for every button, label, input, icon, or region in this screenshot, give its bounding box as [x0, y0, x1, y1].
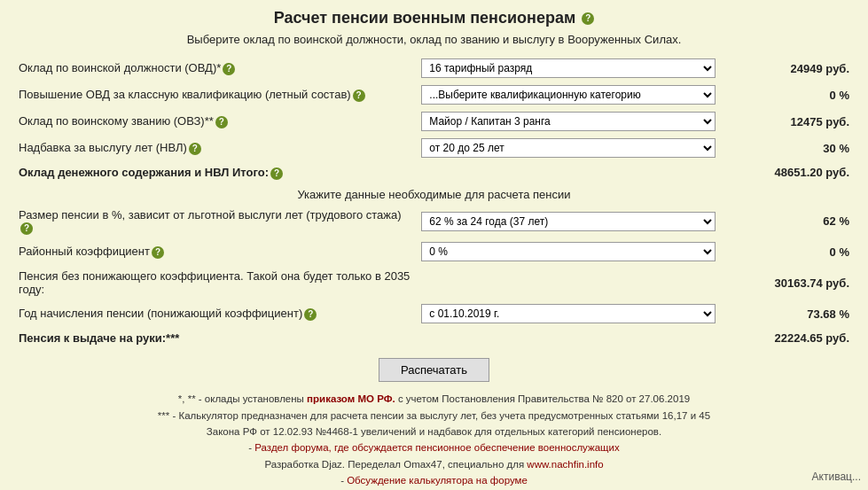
footer-line4: - Раздел форума, где обсуждается пенсион…: [13, 439, 855, 455]
year-coeff-value: 73.68 %: [721, 300, 855, 327]
footer-line3: Закона РФ от 12.02.93 №4468-1 увеличений…: [13, 424, 855, 439]
table-row: Оклад по воинской должности (ОВД)*? 16 т…: [13, 55, 855, 82]
pension-pct-value: 62 %: [721, 205, 855, 239]
total2-label: Пенсия без понижающего коэффициента. Так…: [13, 265, 416, 300]
table-row: Надбавка за выслугу лет (НВЛ)? от 20 до …: [13, 135, 855, 161]
subtitle: Выберите оклад по воинской должности, ок…: [13, 33, 855, 46]
ovz-value: 12475 руб.: [721, 108, 855, 135]
table-row: Районный коэффициент? 0 % 0 %: [13, 238, 855, 265]
forum-link2[interactable]: Обсуждение калькулятора на форуме: [347, 475, 528, 486]
table-row: Повышение ОВД за классную квалификацию (…: [13, 82, 855, 108]
watermark: Активац...: [812, 471, 861, 483]
footer-line2: *** - Калькулятор предназначен для расче…: [13, 408, 855, 424]
footer: *, ** - оклады установлены приказом МО Р…: [13, 391, 855, 488]
total1-label: Оклад денежного содержания и НВЛ Итого:?: [13, 161, 416, 184]
ovd-class-value: 0 %: [721, 82, 855, 108]
footer-line5: Разработка Djaz. Переделал Omax47, специ…: [13, 456, 855, 472]
nachfin-link[interactable]: www.nachfin.info: [527, 459, 603, 470]
total3-row: Пенсия к выдаче на руки:*** 22224.65 руб…: [13, 327, 855, 349]
pension-pct-label: Размер пенсии в %, зависит от льготной в…: [13, 205, 416, 239]
year-coeff-help-icon[interactable]: ?: [304, 308, 317, 321]
title-help-icon[interactable]: ?: [582, 12, 594, 25]
nvl-label: Надбавка за выслугу лет (НВЛ)?: [13, 135, 416, 161]
ovz-help-icon[interactable]: ?: [215, 116, 228, 128]
table-row: Оклад по воинскому званию (ОВЗ)**? Майор…: [13, 108, 855, 135]
section2-header-row: Укажите данные необходимые для расчета п…: [13, 184, 855, 205]
ovd-class-select-cell: ...Выберите квалификационную категорию: [416, 82, 720, 108]
table-row: Год начисления пенсии (понижающий коэффи…: [13, 300, 855, 327]
district-coeff-select[interactable]: 0 %: [421, 242, 715, 261]
total3-label: Пенсия к выдаче на руки:***: [13, 327, 416, 349]
nvl-select[interactable]: от 20 до 25 лет: [421, 138, 715, 158]
total1-help-icon[interactable]: ?: [270, 167, 283, 180]
year-coeff-label: Год начисления пенсии (понижающий коэффи…: [13, 300, 416, 327]
district-coeff-select-cell: 0 %: [416, 238, 720, 265]
total2-row: Пенсия без понижающего коэффициента. Так…: [13, 265, 855, 300]
nvl-help-icon[interactable]: ?: [189, 143, 201, 155]
page-title: Расчет пенсии военным пенсионерам ?: [13, 9, 855, 27]
forum-link1[interactable]: Раздел форума, где обсуждается пенсионно…: [254, 442, 619, 453]
ovz-select[interactable]: Майор / Капитан 3 ранга: [421, 112, 715, 131]
total2-value: 30163.74 руб.: [721, 265, 855, 300]
ovd-help-icon[interactable]: ?: [223, 63, 235, 75]
nvl-select-cell: от 20 до 25 лет: [416, 135, 720, 161]
total3-value: 22224.65 руб.: [721, 327, 855, 349]
pension-pct-help-icon[interactable]: ?: [20, 222, 33, 235]
nvl-value: 30 %: [721, 135, 855, 161]
ovd-select-cell: 16 тарифный разряд: [416, 55, 720, 82]
main-form-table: Оклад по воинской должности (ОВД)*? 16 т…: [13, 55, 855, 349]
section2-header: Укажите данные необходимые для расчета п…: [13, 184, 855, 205]
district-coeff-help-icon[interactable]: ?: [152, 246, 164, 259]
ovd-class-label: Повышение ОВД за классную квалификацию (…: [13, 82, 416, 108]
ovd-class-select[interactable]: ...Выберите квалификационную категорию: [421, 85, 715, 105]
total1-value: 48651.20 руб.: [721, 161, 855, 184]
pension-pct-select-cell: 62 % за 24 года (37 лет): [416, 205, 720, 239]
year-coeff-select[interactable]: с 01.10.2019 г.: [421, 304, 715, 323]
total1-row: Оклад денежного содержания и НВЛ Итого:?…: [13, 161, 855, 184]
ovd-label: Оклад по воинской должности (ОВД)*?: [13, 55, 416, 82]
ovz-label: Оклад по воинскому званию (ОВЗ)**?: [13, 108, 416, 135]
ovd-value: 24949 руб.: [721, 55, 855, 82]
ovd-select[interactable]: 16 тарифный разряд: [421, 58, 715, 78]
ovz-select-cell: Майор / Капитан 3 ранга: [416, 108, 720, 135]
district-coeff-label: Районный коэффициент?: [13, 238, 416, 265]
print-button[interactable]: Распечатать: [379, 358, 489, 382]
table-row: Размер пенсии в %, зависит от льготной в…: [13, 205, 855, 239]
year-coeff-select-cell: с 01.10.2019 г.: [416, 300, 720, 327]
district-coeff-value: 0 %: [721, 238, 855, 265]
ovd-class-help-icon[interactable]: ?: [353, 89, 365, 102]
footer-line6: - Обсуждение калькулятора на форуме: [13, 472, 855, 488]
footer-line1: *, ** - оклады установлены приказом МО Р…: [13, 391, 855, 407]
pension-pct-select[interactable]: 62 % за 24 года (37 лет): [421, 212, 715, 231]
